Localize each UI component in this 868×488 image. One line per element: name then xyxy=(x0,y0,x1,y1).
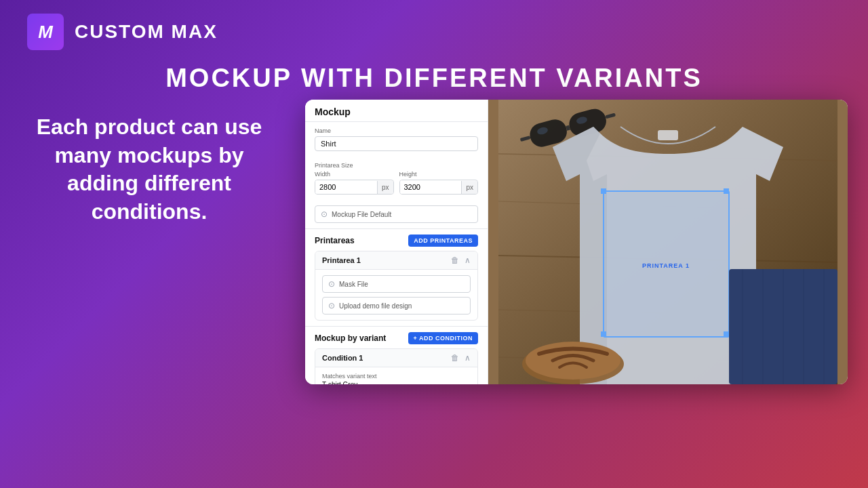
name-input[interactable] xyxy=(315,136,478,151)
logo-letter: M xyxy=(38,22,53,43)
form-panel: Mockup Name Printarea Size Width px xyxy=(305,100,488,384)
add-condition-button[interactable]: + ADD CONDITION xyxy=(408,332,478,344)
height-suffix: px xyxy=(461,181,477,194)
mockup-file-section: ⊙ Mockup File Default xyxy=(305,200,488,228)
delete-printarea-icon[interactable]: 🗑 xyxy=(451,256,459,265)
svg-rect-17 xyxy=(724,188,729,194)
description-text: Each product can use many mockups by add… xyxy=(20,113,278,226)
condition-1-title: Condition 1 xyxy=(322,354,363,362)
upload-icon: ⊙ xyxy=(321,209,328,219)
variant-title: Mockup by variant xyxy=(315,333,386,343)
mockup-file-default-btn[interactable]: ⊙ Mockup File Default xyxy=(315,205,478,223)
name-section: Name xyxy=(305,122,488,157)
width-label: Width xyxy=(315,171,394,178)
condition-1-header: Condition 1 🗑 ∧ xyxy=(315,349,477,367)
width-input[interactable] xyxy=(315,180,377,194)
mockup-file-default-label: Mockup File Default xyxy=(332,211,391,218)
brand-name: CUSTOM MAX xyxy=(75,21,218,43)
header: M CUSTOM MAX xyxy=(0,0,868,64)
form-header: Mockup xyxy=(305,100,488,122)
logo: M xyxy=(27,14,64,50)
condition-1-actions: 🗑 ∧ xyxy=(451,353,471,363)
height-input[interactable] xyxy=(400,180,462,194)
mask-file-label: Mask File xyxy=(339,281,368,288)
printarea-1-header: Printarea 1 🗑 ∧ xyxy=(315,251,477,270)
width-group: Width px xyxy=(315,171,394,195)
matches-label: Matches variant text xyxy=(322,373,471,380)
variant-section-header: Mockup by variant + ADD CONDITION xyxy=(305,326,488,348)
svg-text:PRINTAREA 1: PRINTAREA 1 xyxy=(642,262,690,269)
collapse-printarea-icon[interactable]: ∧ xyxy=(465,256,471,265)
upload-demo-btn[interactable]: ⊙ Upload demo file design xyxy=(322,297,471,314)
content-area: Each product can use many mockups by add… xyxy=(0,100,868,488)
size-section: Printarea Size Width px Height xyxy=(305,157,488,200)
matches-value: T-shirt,Grey xyxy=(322,381,471,384)
add-printareas-button[interactable]: ADD PRINTAREAS xyxy=(408,235,478,247)
svg-rect-16 xyxy=(601,188,606,194)
mask-file-icon: ⊙ xyxy=(328,279,335,289)
width-input-wrapper: px xyxy=(315,180,394,195)
printareas-section-header: Printareas ADD PRINTAREAS xyxy=(305,228,488,251)
height-group: Height px xyxy=(399,171,479,195)
printarea-1-item: Printarea 1 🗑 ∧ ⊙ Mask File xyxy=(315,251,478,321)
upload-demo-icon: ⊙ xyxy=(328,301,335,310)
collapse-condition-1-icon[interactable]: ∧ xyxy=(465,353,471,363)
printarea-1-title: Printarea 1 xyxy=(322,256,361,264)
printareas-title: Printareas xyxy=(315,236,355,245)
preview-panel: PRINTAREA 1 xyxy=(488,100,848,384)
printarea-1-body: ⊙ Mask File ⊙ Upload demo file design xyxy=(315,270,477,320)
left-description: Each product can use many mockups by add… xyxy=(20,100,278,226)
size-row: Width px Height px xyxy=(315,171,478,195)
printarea-1-actions: 🗑 ∧ xyxy=(451,256,471,265)
condition-1-item: Condition 1 🗑 ∧ Matches variant text T-s… xyxy=(315,348,478,384)
svg-rect-18 xyxy=(601,331,606,337)
height-label: Height xyxy=(399,171,479,178)
mockup-card: Mockup Name Printarea Size Width px xyxy=(305,100,848,384)
page: M CUSTOM MAX MOCKUP WITH DIFFERENT VARIA… xyxy=(0,0,868,488)
width-suffix: px xyxy=(377,181,393,194)
height-input-wrapper: px xyxy=(399,180,479,195)
name-label: Name xyxy=(315,127,478,134)
delete-condition-1-icon[interactable]: 🗑 xyxy=(451,353,459,363)
condition-1-body: Matches variant text T-shirt,Grey ⊙ grey… xyxy=(315,367,477,384)
svg-rect-19 xyxy=(724,331,729,337)
mask-file-btn[interactable]: ⊙ Mask File xyxy=(322,275,471,293)
upload-demo-label: Upload demo file design xyxy=(339,302,412,310)
page-title: MOCKUP WITH DIFFERENT VARIANTS xyxy=(0,64,868,93)
svg-rect-14 xyxy=(658,130,678,140)
tshirt-scene: PRINTAREA 1 xyxy=(488,100,848,384)
size-label: Printarea Size xyxy=(315,162,478,169)
